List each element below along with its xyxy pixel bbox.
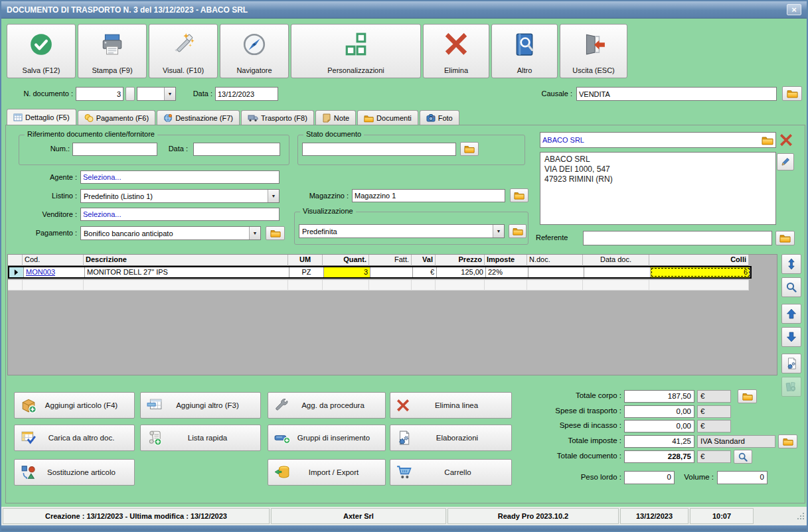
chevron-down-icon[interactable]: ▼ xyxy=(268,190,279,202)
totale-imposte-value[interactable]: 41,25 xyxy=(624,435,694,448)
listino-select[interactable]: Predefinito (Listino 1)▼ xyxy=(80,189,280,203)
move-row-button[interactable] xyxy=(781,254,801,274)
cell-descrizione[interactable]: MONITOR DELL 27" IPS xyxy=(85,267,289,277)
quick-list-button[interactable]: Lista rapida xyxy=(140,425,261,451)
agente-input[interactable]: Seleziona... xyxy=(80,170,280,184)
stato-input[interactable] xyxy=(302,143,456,156)
col-cod[interactable]: Cod. xyxy=(23,255,84,266)
iva-standard-box: IVA Standard xyxy=(697,435,775,448)
delete-line-button[interactable]: Elimina linea xyxy=(390,392,512,419)
stato-folder-button[interactable] xyxy=(460,142,479,156)
cart-button[interactable]: Carrello xyxy=(390,459,512,486)
spese-incasso-value[interactable]: 0,00 xyxy=(624,420,694,432)
cell-ndoc[interactable] xyxy=(528,267,584,277)
peso-lordo-input[interactable]: 0 xyxy=(624,471,675,484)
volume-input[interactable]: 0 xyxy=(717,471,768,484)
cell-um[interactable]: PZ xyxy=(289,267,324,277)
save-button[interactable]: Salva (F12) xyxy=(7,24,76,78)
cell-datadoc[interactable] xyxy=(584,267,651,277)
cell-imposte[interactable]: 22% xyxy=(486,267,528,277)
venditore-input[interactable]: Seleziona... xyxy=(80,208,280,221)
rif-num-input[interactable] xyxy=(72,143,157,156)
referente-folder-button[interactable] xyxy=(775,231,795,245)
cell-cod[interactable]: MON003 xyxy=(26,268,55,276)
customizations-button[interactable]: Personalizzazioni xyxy=(291,24,421,78)
pagamento-folder-button[interactable] xyxy=(266,226,285,240)
tab-destinazione[interactable]: Destinazione (F7) xyxy=(157,110,240,125)
row-up-button[interactable] xyxy=(781,304,801,324)
rif-data-input[interactable] xyxy=(193,143,280,156)
col-fatt[interactable]: Fatt. xyxy=(369,255,412,266)
add-from-procedure-button[interactable]: Agg. da procedura xyxy=(268,392,386,419)
tab-pagamento[interactable]: Pagamento (F6) xyxy=(78,110,155,125)
replace-article-button[interactable]: Sostituzione articolo xyxy=(14,459,135,486)
totale-documento-value[interactable]: 228,75 xyxy=(624,450,694,463)
row-down-button[interactable] xyxy=(781,327,801,347)
close-icon[interactable]: × xyxy=(787,4,801,15)
load-from-doc-button[interactable]: Carica da altro doc. xyxy=(14,425,135,451)
navigator-button[interactable]: Navigatore xyxy=(220,24,289,78)
col-descrizione[interactable]: Descrizione xyxy=(84,255,288,266)
totale-corpo-folder-button[interactable] xyxy=(738,389,757,403)
causale-input[interactable] xyxy=(576,87,777,101)
book-magnifier-icon xyxy=(512,32,537,57)
chevron-down-icon[interactable]: ▼ xyxy=(164,88,175,100)
doc-date-input[interactable] xyxy=(215,87,278,101)
visualizzazione-folder-button[interactable] xyxy=(509,224,526,238)
col-ndoc[interactable]: N.doc. xyxy=(527,255,583,266)
doc-number-spin-button[interactable] xyxy=(125,87,135,101)
cell-val[interactable]: € xyxy=(413,267,437,277)
chevron-down-icon[interactable]: ▼ xyxy=(249,227,260,239)
totale-corpo-value[interactable]: 187,50 xyxy=(624,390,694,403)
tab-documenti[interactable]: Documenti xyxy=(357,110,418,125)
row-settings-button[interactable] xyxy=(781,354,801,373)
col-datadoc[interactable]: Data doc. xyxy=(583,255,649,266)
customer-name-input[interactable]: ABACO SRL xyxy=(540,132,776,148)
magazzino-input[interactable] xyxy=(352,189,505,202)
customer-name: ABACO SRL xyxy=(542,136,584,144)
visualizzazione-select[interactable]: Predefinita▼ xyxy=(299,224,505,238)
cell-prezzo[interactable]: 125,00 xyxy=(437,267,486,277)
causale-folder-button[interactable] xyxy=(782,86,802,101)
other-button[interactable]: Altro xyxy=(491,24,558,78)
exit-button[interactable]: Uscita (ESC) xyxy=(560,24,627,78)
col-um[interactable]: UM xyxy=(288,255,323,266)
add-article-button[interactable]: Aggiungi articolo (F4) xyxy=(14,392,135,419)
pagamento-select[interactable]: Bonifico bancario anticipato▼ xyxy=(80,226,261,240)
doc-number-suffix-select[interactable]: ▼ xyxy=(137,87,176,101)
insert-groups-button[interactable]: Gruppi di inserimento xyxy=(268,425,386,451)
iva-folder-button[interactable] xyxy=(778,434,797,448)
resize-grip-icon[interactable] xyxy=(797,512,805,520)
tab-note[interactable]: Note xyxy=(315,110,356,125)
row-archive-button[interactable] xyxy=(781,377,801,397)
magazzino-folder-button[interactable] xyxy=(510,188,528,202)
doc-number-input[interactable] xyxy=(76,87,123,101)
edit-pencil-button[interactable] xyxy=(777,153,794,170)
cell-quant[interactable]: 3 xyxy=(324,267,370,277)
elaborations-button[interactable]: Elaborazioni xyxy=(390,425,512,451)
col-quant[interactable]: Quant. xyxy=(323,255,369,266)
chevron-down-icon[interactable]: ▼ xyxy=(493,225,504,237)
tab-trasporto[interactable]: Trasporto (F8) xyxy=(241,110,314,125)
cell-fatt[interactable] xyxy=(370,267,413,277)
print-button[interactable]: Stampa (F9) xyxy=(78,24,147,78)
spese-trasporto-value[interactable]: 0,00 xyxy=(624,405,694,418)
delete-button[interactable]: Elimina xyxy=(423,24,489,78)
referente-input[interactable] xyxy=(583,231,772,245)
customer-clear-icon[interactable] xyxy=(779,133,793,147)
col-imposte[interactable]: Imposte xyxy=(485,255,527,266)
add-other-button[interactable]: Aggiungi altro (F3) xyxy=(140,392,261,419)
preview-button[interactable]: Visual. (F10) xyxy=(149,24,218,78)
tab-dettaglio[interactable]: Dettaglio (F5) xyxy=(7,109,76,125)
col-prezzo[interactable]: Prezzo xyxy=(436,255,485,266)
table-row[interactable]: MON003 MONITOR DELL 27" IPS PZ 3 € 125,0… xyxy=(8,266,752,279)
tab-foto[interactable]: Foto xyxy=(420,110,459,125)
cell-colli[interactable]: 6 xyxy=(651,267,750,277)
customer-folder-icon[interactable] xyxy=(762,135,773,145)
search-row-button[interactable] xyxy=(781,277,801,297)
import-export-button[interactable]: Import / Export xyxy=(268,459,386,486)
empty-grid-row[interactable] xyxy=(8,280,749,291)
col-val[interactable]: Val xyxy=(412,255,436,266)
totale-zoom-button[interactable] xyxy=(734,450,752,464)
col-colli[interactable]: Colli xyxy=(649,255,749,266)
